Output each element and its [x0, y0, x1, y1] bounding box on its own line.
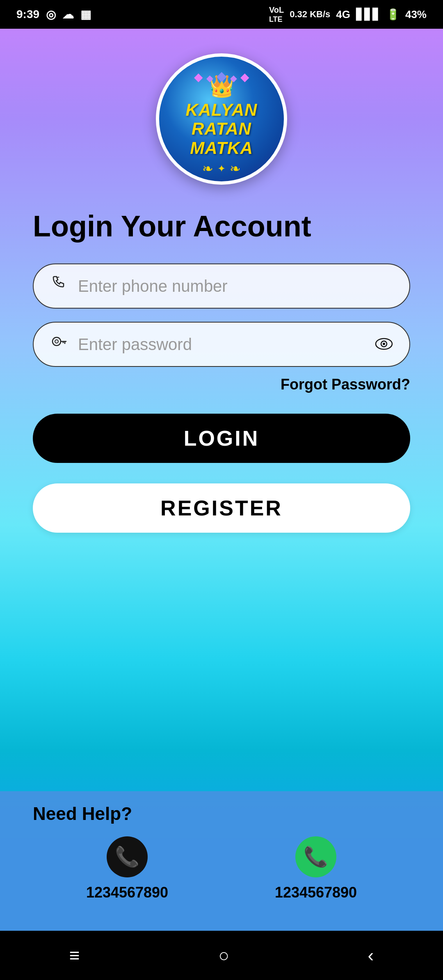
help-contacts: 📞 1234567890 📞 1234567890 [33, 836, 410, 901]
menu-icon[interactable]: ≡ [69, 945, 80, 966]
nav-bar: ≡ ○ ‹ [0, 931, 443, 980]
battery-percent: 43% [405, 8, 427, 21]
home-icon[interactable]: ○ [218, 945, 229, 966]
back-icon[interactable]: ‹ [368, 945, 374, 966]
contact-item-1: 📞 1234567890 [86, 836, 168, 901]
speed: 0.32 KB/s [290, 9, 330, 20]
contact-item-2: 📞 1234567890 [275, 836, 357, 901]
status-bar: 9:39 ◎ ☁ ▦ VoLLTE 0.32 KB/s 4G ▋▋▋ 🔋 43% [0, 0, 443, 29]
toggle-password-icon[interactable] [375, 335, 393, 354]
login-button[interactable]: LOGIN [33, 414, 410, 463]
status-left: 9:39 ◎ ☁ ▦ [16, 8, 91, 21]
signal-icon: ◎ [46, 8, 56, 21]
cloud-icon: ☁ [62, 8, 74, 21]
main-content: ◆ ◆ ◆ ◆ ◆ 👑 KALYAN RATAN MATKA ❧ ✦ ❧ Log… [0, 29, 443, 931]
password-input-field [33, 322, 410, 367]
svg-point-7 [383, 343, 385, 345]
network-type: VoLLTE [269, 5, 284, 23]
status-right: VoLLTE 0.32 KB/s 4G ▋▋▋ 🔋 43% [269, 5, 427, 23]
signal-bars-icon: ▋▋▋ [356, 8, 381, 21]
logo-wings: ❧ ✦ ❧ [202, 161, 241, 176]
calendar-icon: ▦ [80, 8, 91, 21]
password-input-container [33, 322, 410, 367]
phone-icon [50, 275, 68, 297]
key-icon [50, 333, 68, 355]
help-title: Need Help? [33, 804, 132, 824]
battery-icon: 🔋 [386, 8, 400, 21]
app-logo: ◆ ◆ ◆ ◆ ◆ 👑 KALYAN RATAN MATKA ❧ ✦ ❧ [156, 53, 287, 185]
call-icon-black[interactable]: 📞 [107, 836, 148, 877]
svg-point-0 [53, 337, 61, 346]
contact-number-2: 1234567890 [275, 884, 357, 901]
phone-input-container [33, 263, 410, 309]
password-input[interactable] [78, 335, 365, 354]
phone-input-field [33, 263, 410, 309]
logo-text: KALYAN RATAN MATKA [186, 101, 258, 158]
forgot-password-link[interactable]: Forgot Password? [281, 376, 410, 393]
login-title: Login Your Account [33, 209, 311, 243]
svg-point-1 [55, 340, 58, 343]
help-section: Need Help? 📞 1234567890 📞 1234567890 [0, 791, 443, 931]
call-icon-green[interactable]: 📞 [295, 836, 336, 877]
register-button[interactable]: REGISTER [33, 483, 410, 533]
time: 9:39 [16, 8, 39, 21]
logo-gems: ◆ ◆ ◆ ◆ ◆ [194, 68, 249, 84]
phone-input[interactable] [78, 277, 393, 295]
contact-number-1: 1234567890 [86, 884, 168, 901]
network-4g: 4G [336, 8, 350, 21]
